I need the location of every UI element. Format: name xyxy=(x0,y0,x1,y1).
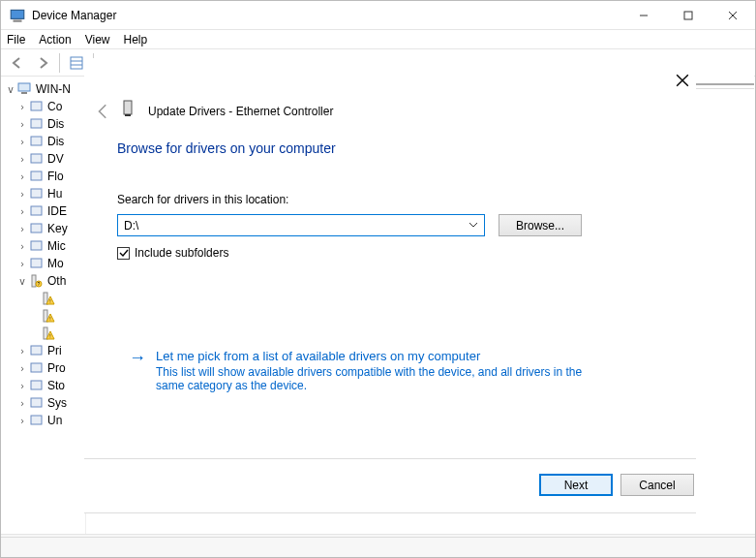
next-button[interactable]: Next xyxy=(539,474,613,496)
tree-node[interactable]: › Sys xyxy=(1,394,85,412)
include-subfolders-label: Include subfolders xyxy=(135,246,228,260)
ide-icon xyxy=(29,204,45,218)
tree-root[interactable]: v WIN-N xyxy=(1,80,85,98)
expand-icon[interactable]: › xyxy=(16,189,28,200)
expand-icon[interactable]: › xyxy=(16,241,28,252)
svg-rect-34 xyxy=(31,363,42,372)
other-devices-icon: ? xyxy=(29,274,45,288)
usb-icon xyxy=(29,414,45,427)
tree-node[interactable]: › Mo xyxy=(1,255,85,272)
expand-icon[interactable]: › xyxy=(16,259,28,269)
keyboard-icon xyxy=(29,222,45,235)
include-subfolders-checkbox[interactable] xyxy=(117,247,130,260)
expand-icon[interactable]: › xyxy=(16,416,28,426)
printer-icon xyxy=(29,344,45,357)
pick-from-list-link[interactable]: → Let me pick from a list of available d… xyxy=(129,349,632,392)
expand-icon[interactable]: › xyxy=(16,154,28,165)
expand-icon[interactable]: › xyxy=(16,381,28,391)
chevron-down-icon[interactable] xyxy=(469,219,478,232)
tree-node-other[interactable]: v ? Oth xyxy=(1,272,85,290)
expand-icon[interactable]: › xyxy=(16,137,28,147)
driver-path-combobox[interactable]: D:\ xyxy=(117,214,485,236)
forward-button[interactable] xyxy=(32,52,53,74)
menu-help[interactable]: Help xyxy=(124,33,148,46)
storage-icon xyxy=(29,379,45,392)
tree-leaf-warning[interactable]: ! xyxy=(1,307,85,325)
svg-text:!: ! xyxy=(49,333,50,339)
device-icon xyxy=(123,100,138,123)
tree-node[interactable]: › Co xyxy=(1,98,85,115)
minimize-button[interactable] xyxy=(621,1,666,30)
window-title: Device Manager xyxy=(32,9,621,22)
menu-view[interactable]: View xyxy=(85,33,110,46)
floppy-icon xyxy=(29,170,45,183)
tree-node[interactable]: › Key xyxy=(1,220,85,237)
tree-leaf-warning[interactable]: ! xyxy=(1,290,85,307)
expand-icon[interactable]: › xyxy=(16,171,28,182)
wizard-heading: Browse for drivers on your computer xyxy=(117,140,706,156)
wizard-back-button[interactable] xyxy=(93,101,114,122)
expand-icon[interactable]: › xyxy=(16,363,28,374)
maximize-button[interactable] xyxy=(666,1,711,30)
expand-icon[interactable]: › xyxy=(16,206,28,217)
expand-icon[interactable]: › xyxy=(16,119,28,130)
device-tree[interactable]: v WIN-N › Co › Dis › Dis › DV › Flo › Hu… xyxy=(1,77,86,534)
expand-icon[interactable]: › xyxy=(16,346,28,356)
browse-button[interactable]: Browse... xyxy=(499,214,582,236)
warning-device-icon: ! xyxy=(41,309,56,323)
svg-rect-12 xyxy=(31,119,42,128)
tree-node[interactable]: › Dis xyxy=(1,115,85,133)
tree-node[interactable]: › Pro xyxy=(1,359,85,377)
tree-node[interactable]: › Un xyxy=(1,412,85,429)
svg-rect-16 xyxy=(31,189,42,198)
tree-node[interactable]: › Flo xyxy=(1,168,85,185)
svg-rect-37 xyxy=(31,416,42,424)
search-location-label: Search for drivers in this location: xyxy=(117,193,706,206)
menu-action[interactable]: Action xyxy=(39,33,71,46)
update-driver-wizard: Update Drivers - Ethernet Controller Bro… xyxy=(84,58,754,513)
back-button[interactable] xyxy=(7,52,28,74)
expand-icon[interactable]: › xyxy=(16,102,28,112)
svg-rect-6 xyxy=(71,57,82,69)
cancel-button[interactable]: Cancel xyxy=(620,474,694,496)
collapse-icon[interactable]: v xyxy=(5,84,16,95)
svg-rect-21 xyxy=(32,275,36,287)
svg-rect-0 xyxy=(11,10,24,18)
svg-rect-1 xyxy=(14,19,22,21)
tree-leaf-warning[interactable]: ! xyxy=(1,325,85,342)
svg-rect-18 xyxy=(31,224,42,232)
tree-node[interactable]: › Dis xyxy=(1,133,85,150)
svg-rect-3 xyxy=(684,12,692,19)
pick-from-list-desc: This list will show available drivers co… xyxy=(156,365,601,392)
svg-rect-19 xyxy=(31,241,42,250)
tree-node[interactable]: › Sto xyxy=(1,377,85,394)
svg-rect-40 xyxy=(124,101,132,114)
expand-icon[interactable]: › xyxy=(16,398,28,409)
menu-file[interactable]: File xyxy=(7,33,25,46)
toolbar-separator xyxy=(59,53,60,73)
tree-node[interactable]: › IDE xyxy=(1,202,85,220)
app-icon xyxy=(9,7,26,24)
tree-node[interactable]: › Pri xyxy=(1,342,85,359)
tree-node[interactable]: › DV xyxy=(1,150,85,168)
svg-rect-17 xyxy=(31,206,42,215)
close-button[interactable] xyxy=(711,1,755,30)
wizard-close-button[interactable] xyxy=(674,72,691,89)
system-icon xyxy=(29,396,45,410)
monitor2-icon xyxy=(29,257,45,270)
wizard-title: Update Drivers - Ethernet Controller xyxy=(148,105,333,118)
arrow-right-icon: → xyxy=(129,349,146,392)
tree-node[interactable]: › Mic xyxy=(1,237,85,255)
expand-icon[interactable]: › xyxy=(16,224,28,234)
svg-rect-15 xyxy=(31,171,42,180)
mouse-icon xyxy=(29,239,45,253)
svg-rect-36 xyxy=(31,398,42,407)
tree-node[interactable]: › Hu xyxy=(1,185,85,202)
display-icon xyxy=(29,135,45,148)
svg-rect-10 xyxy=(21,92,27,94)
menubar: File Action View Help xyxy=(1,30,755,49)
collapse-icon[interactable]: v xyxy=(16,276,28,287)
dvd-icon xyxy=(29,152,45,166)
footer-separator xyxy=(84,512,696,513)
warning-device-icon: ! xyxy=(41,326,56,340)
